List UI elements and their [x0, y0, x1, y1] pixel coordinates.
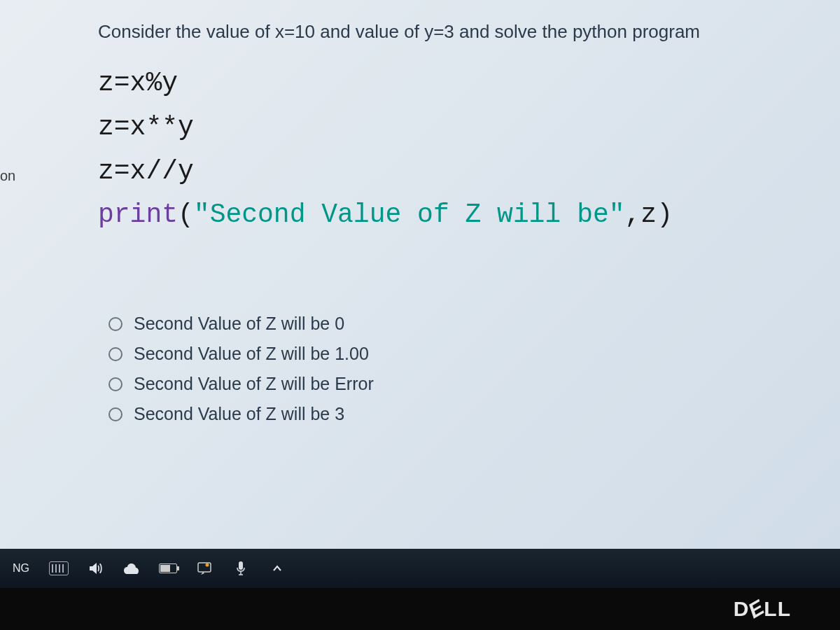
laptop-bezel: DELL — [0, 588, 840, 630]
windows-taskbar[interactable]: NG — [0, 549, 840, 588]
code-line-1: z=x%y — [98, 62, 819, 105]
string-literal: "Second Value of Z will be" — [194, 200, 625, 230]
svg-point-1 — [206, 564, 209, 567]
code-line-3: z=x//y — [98, 150, 819, 193]
option-row[interactable]: Second Value of Z will be 0 — [108, 314, 819, 334]
radio-icon[interactable] — [108, 377, 122, 391]
option-label: Second Value of Z will be 3 — [134, 404, 344, 424]
open-paren: ( — [178, 200, 194, 230]
microphone-icon[interactable] — [231, 559, 251, 578]
radio-icon[interactable] — [108, 317, 122, 331]
radio-icon[interactable] — [108, 407, 122, 421]
language-indicator[interactable]: NG — [13, 562, 29, 575]
chevron-up-icon[interactable] — [267, 559, 287, 578]
speaker-icon[interactable] — [85, 559, 105, 578]
question-prompt: Consider the value of x=10 and value of … — [98, 21, 819, 43]
battery-icon[interactable] — [158, 559, 178, 578]
svg-rect-2 — [239, 561, 243, 570]
option-label: Second Value of Z will be Error — [134, 374, 374, 394]
cloud-icon[interactable] — [122, 559, 141, 578]
action-center-icon[interactable] — [195, 559, 214, 578]
answer-options: Second Value of Z will be 0 Second Value… — [108, 314, 819, 424]
keyboard-icon[interactable] — [49, 559, 69, 578]
print-args-close: ,z) — [625, 200, 673, 230]
dell-logo: DELL — [734, 597, 791, 621]
print-keyword: print — [98, 200, 178, 230]
svg-rect-0 — [198, 563, 211, 572]
code-line-2: z=x**y — [98, 106, 819, 149]
option-row[interactable]: Second Value of Z will be 3 — [108, 404, 819, 424]
option-label: Second Value of Z will be 1.00 — [134, 344, 369, 364]
question-content: on Consider the value of x=10 and value … — [0, 0, 840, 567]
code-line-print: print("Second Value of Z will be",z) — [98, 194, 819, 237]
radio-icon[interactable] — [108, 347, 122, 361]
option-label: Second Value of Z will be 0 — [134, 314, 344, 334]
option-row[interactable]: Second Value of Z will be Error — [108, 374, 819, 394]
code-block: z=x%y z=x**y z=x//y print("Second Value … — [98, 62, 819, 237]
option-row[interactable]: Second Value of Z will be 1.00 — [108, 344, 819, 364]
left-tab-fragment: on — [0, 168, 15, 184]
